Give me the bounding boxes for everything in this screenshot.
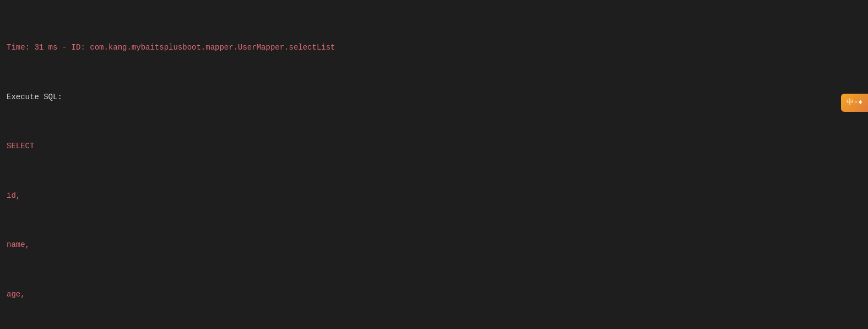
- select-line: SELECT: [7, 140, 861, 152]
- badge-text: 中◦♦: [847, 97, 862, 109]
- name-line: name,: [7, 239, 861, 251]
- console-output: Time: 31 ms - ID: com.kang.mybaitsplusbo…: [0, 0, 868, 329]
- time-line: Time: 31 ms - ID: com.kang.mybaitsplusbo…: [7, 41, 861, 53]
- corner-badge[interactable]: 中◦♦: [841, 94, 868, 112]
- execute-sql-line: Execute SQL:: [7, 91, 861, 103]
- age-line: age,: [7, 288, 861, 300]
- id-line: id,: [7, 190, 861, 202]
